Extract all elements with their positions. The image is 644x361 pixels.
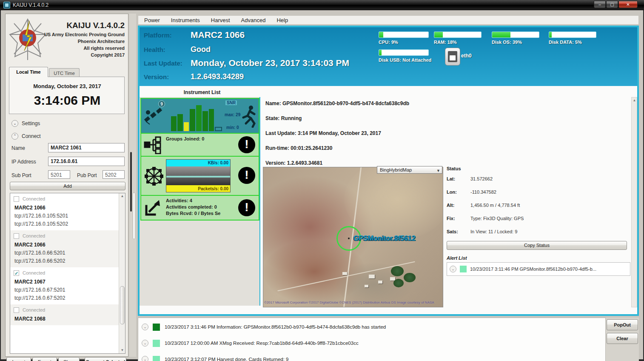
name-field[interactable]: MARC2 1061 xyxy=(48,143,125,152)
log-text: 10/23/2017 3:11:46 PM Information: GPSMo… xyxy=(165,324,386,329)
splitter-thumb[interactable] xyxy=(133,192,135,239)
chevron-up-icon: ⌃ xyxy=(11,133,18,140)
log-severity-swatch xyxy=(153,324,160,331)
detail-run-time: Run-time: 00:01:25.2641230 xyxy=(265,145,448,151)
activities-instrument[interactable]: Activities: 4 Activities completed: 0 By… xyxy=(141,196,259,220)
scroll-up-icon[interactable]: ▲ xyxy=(120,193,125,199)
add-button[interactable]: Add xyxy=(10,182,125,190)
disk-usb-meter xyxy=(379,49,429,56)
connection-sub-address: tcp://172.16.0.66:5201 xyxy=(14,249,115,257)
connect-selected-button[interactable]: Connect Selected xyxy=(85,357,126,361)
window-title: KAIJU V.1.4.0.2 xyxy=(13,2,48,8)
connect-label: Connect xyxy=(22,133,41,139)
kbs-strip: KB/s: 0.00 xyxy=(166,160,230,166)
chevron-down-icon[interactable]: ⌄ xyxy=(142,324,148,330)
panel-splitter[interactable] xyxy=(129,14,136,357)
connection-name: MARC2 1068 xyxy=(14,314,115,323)
connected-checkbox[interactable] xyxy=(14,196,19,202)
ram-meter xyxy=(434,32,482,38)
ip-label: IP Address xyxy=(11,159,36,165)
throughput-graph xyxy=(166,166,230,186)
kbs-label: KB/s: 0.00 xyxy=(208,160,228,165)
map-provider-select[interactable]: BingHybridMap ▼ xyxy=(377,166,442,174)
connect-expander[interactable]: ⌃ Connect xyxy=(11,132,122,141)
connection-pub-address: tcp://172.16.0.105:5202 xyxy=(14,220,115,228)
log-clear-button[interactable]: Clear xyxy=(607,333,638,344)
snr-bar xyxy=(184,122,189,131)
eth0-label: eth0 xyxy=(461,53,472,59)
disk-data-meter xyxy=(549,32,596,38)
tab-utc-time[interactable]: UTC Time xyxy=(49,68,80,77)
connection-list-scrollbar[interactable]: ▲ ▼ xyxy=(119,193,125,353)
close-button[interactable]: ✕ xyxy=(618,1,638,8)
chevron-down-icon[interactable]: ⌄ xyxy=(142,340,148,347)
snr-chart-title: SNR xyxy=(225,100,237,105)
left-panel: KAIJU V.1.4.0.2 US Army Electronic Provi… xyxy=(5,14,128,357)
log-row[interactable]: ⌄ 10/23/2017 12:00:00 AM XMsg Received: … xyxy=(142,338,601,349)
connection-item[interactable]: Connected MARC2 1066 tcp://172.16.0.66:5… xyxy=(10,230,119,267)
ip-field[interactable]: 172.16.0.61 xyxy=(48,157,125,166)
maximize-button[interactable]: ▢ xyxy=(606,1,618,8)
popout-button[interactable]: PopOut xyxy=(607,319,638,330)
connection-pub-address: tcp://172.16.0.66:5202 xyxy=(14,257,115,265)
sub-port-field[interactable]: 5201 xyxy=(48,170,70,179)
alert-severity-swatch xyxy=(460,266,467,272)
snr-bar xyxy=(171,116,177,131)
scroll-down-icon[interactable]: ▼ xyxy=(120,347,125,353)
import-button[interactable]: Import xyxy=(6,357,31,361)
connected-checkbox[interactable] xyxy=(14,307,19,313)
menu-instruments[interactable]: Instruments xyxy=(171,17,200,23)
log-row[interactable]: ⌄ 10/23/2017 3:11:46 PM Information: GPS… xyxy=(142,322,601,332)
menu-advanced[interactable]: Advanced xyxy=(241,17,266,23)
pub-port-field[interactable]: 5202 xyxy=(103,170,125,179)
instrument-list: 9 SNR max: 29 min: 0 xyxy=(140,97,260,306)
lon-label: Lon: xyxy=(447,189,457,195)
ram-meter-label: RAM: 18% xyxy=(434,40,457,45)
sub-port-label: Sub Port xyxy=(11,172,31,178)
gps-snr-instrument[interactable]: 9 SNR max: 29 min: 0 xyxy=(141,99,259,134)
scrollbar-thumb[interactable] xyxy=(120,286,125,324)
chevron-down-icon[interactable]: ⌄ xyxy=(450,266,456,272)
snr-bar xyxy=(215,127,222,131)
main-content: Platform: MARC2 1066 Health: Good Last U… xyxy=(138,26,639,316)
alert-list-item[interactable]: ⌄ 10/23/2017 3:11:46 PM GPSMonitor.8f561… xyxy=(447,262,630,276)
alert-exclamation-icon: ! xyxy=(238,167,255,184)
snr-bar xyxy=(202,111,208,131)
alt-label: Alt: xyxy=(447,203,454,208)
network-throughput-gauge: KB/s: 0.00 Packets/s: 0.00 xyxy=(166,159,231,192)
copy-status-button[interactable]: Copy Status xyxy=(447,241,627,250)
transfer-arrows-icon xyxy=(144,199,162,217)
network-instrument[interactable]: KB/s: 0.00 Packets/s: 0.00 ! xyxy=(141,157,259,196)
settings-label: Settings xyxy=(22,120,40,126)
fix-label: Fix: xyxy=(447,216,455,221)
snr-bar xyxy=(209,109,214,131)
connection-item[interactable]: Connected MARC2 1068 xyxy=(10,304,119,325)
satellite-map[interactable]: GPSMonitor.8f5612 ©2017 Microsoft Corpor… xyxy=(263,167,443,307)
gps-marker-dot xyxy=(348,238,350,239)
packets-strip: Packets/s: 0.00 xyxy=(166,185,230,192)
connection-list[interactable]: Connected MARC2 1066 tcp://172.16.0.105:… xyxy=(10,193,125,354)
connection-item[interactable]: Connected MARC2 1066 tcp://172.16.0.105:… xyxy=(10,193,119,230)
connection-item[interactable]: ✓ Connected MARC2 1067 tcp://172.16.0.67… xyxy=(10,267,119,304)
brand-line-1: US Army Electronic Proving Ground xyxy=(6,32,125,37)
main-scrollbar[interactable]: ▲ xyxy=(631,97,637,307)
menu-help[interactable]: Help xyxy=(276,17,288,23)
cpu-meter-label: CPU: 9% xyxy=(379,40,398,45)
title-bar[interactable]: KAIJU V.1.4.0.2 ‒ ▢ ✕ xyxy=(0,0,644,10)
settings-expander[interactable]: ⌄ Settings xyxy=(11,120,122,128)
brand-line-3: All rights reserved xyxy=(6,46,125,51)
groups-instrument[interactable]: Groups Joined: 0 ! xyxy=(141,134,259,157)
menu-harvest[interactable]: Harvest xyxy=(211,17,230,23)
minimize-button[interactable]: ‒ xyxy=(594,1,606,8)
connected-checkbox[interactable] xyxy=(14,233,19,239)
scroll-up-icon[interactable]: ▲ xyxy=(632,97,637,103)
tab-local-time[interactable]: Local Time xyxy=(9,67,48,77)
splitter-rail[interactable] xyxy=(130,152,132,212)
export-button[interactable]: Export xyxy=(32,357,57,361)
connected-checkbox[interactable]: ✓ xyxy=(14,270,19,276)
clear-button[interactable]: Clear xyxy=(58,357,80,361)
menu-power[interactable]: Power xyxy=(144,17,160,23)
log-row[interactable]: ⌄ 10/23/2017 3:12:07 PM Harvest done. Ca… xyxy=(142,355,601,361)
chevron-down-icon[interactable]: ⌄ xyxy=(142,356,148,361)
snr-bar-chart xyxy=(171,102,222,131)
